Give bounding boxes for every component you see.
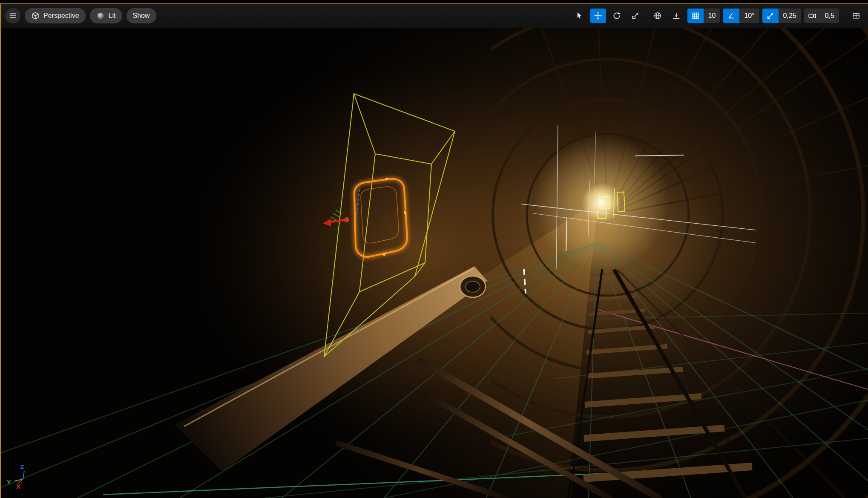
grid-snap-control[interactable]: 10: [687, 9, 721, 23]
move-tool-button[interactable]: [590, 9, 606, 23]
perspective-menu-button[interactable]: Perspective: [25, 8, 86, 23]
hamburger-menu-icon: [9, 12, 17, 20]
world-coordinate-button[interactable]: [650, 9, 666, 23]
viewport-options-button[interactable]: [5, 8, 20, 23]
toolbar-left-group: Perspective Lit Show: [5, 8, 156, 23]
rotate-tool-button[interactable]: [609, 9, 625, 23]
rotation-snap-value[interactable]: 10°: [739, 9, 759, 23]
angle-snap-icon: [727, 12, 736, 20]
move-tool-icon: [594, 12, 602, 20]
window-top-strip: [0, 0, 868, 3]
viewport-layout-button[interactable]: [848, 9, 864, 23]
toolbar-right-group: 10 10°: [572, 9, 864, 23]
scale-tool-button[interactable]: [628, 9, 644, 23]
grid-snap-value[interactable]: 10: [704, 9, 721, 23]
scale-snap-control[interactable]: 0,25: [762, 9, 801, 23]
view-mode-button[interactable]: Lit: [90, 8, 122, 23]
surface-snap-button[interactable]: [669, 9, 684, 23]
perspective-label: Perspective: [43, 12, 79, 20]
light-source-core: [582, 183, 621, 222]
gizmo-origin[interactable]: [344, 217, 349, 222]
grid-snap-icon: [691, 12, 700, 20]
scale-tool-icon: [631, 12, 640, 20]
level-viewport[interactable]: Z Y X: [0, 3, 868, 498]
scene-render: Z Y X: [1, 4, 868, 498]
lit-label: Lit: [109, 12, 116, 20]
rotation-snap-toggle[interactable]: [723, 9, 739, 23]
select-tool-button[interactable]: [572, 9, 587, 23]
scale-snap-icon: [766, 12, 775, 20]
rotation-snap-control[interactable]: 10°: [723, 9, 759, 23]
viewport-canvas[interactable]: Z Y X: [1, 4, 868, 498]
axis-z-label: Z: [20, 463, 24, 470]
viewport-layout-icon: [852, 12, 860, 20]
camera-speed-value[interactable]: 0,5: [820, 9, 839, 23]
cube-icon: [31, 12, 40, 20]
axis-y-label: Y: [7, 478, 11, 486]
globe-icon: [653, 12, 662, 20]
grid-snap-toggle[interactable]: [687, 9, 704, 23]
rotate-tool-icon: [612, 12, 621, 20]
show-label: Show: [133, 12, 150, 20]
surface-snap-icon: [672, 12, 681, 20]
axis-x-label: X: [16, 483, 20, 490]
show-menu-button[interactable]: Show: [126, 8, 156, 23]
camera-speed-toggle[interactable]: [804, 9, 820, 23]
viewport-toolbar: Perspective Lit Show: [1, 4, 868, 28]
camera-speed-control[interactable]: 0,5: [804, 9, 839, 23]
lit-sphere-icon: [96, 12, 105, 20]
scale-snap-value[interactable]: 0,25: [779, 9, 801, 23]
scale-snap-toggle[interactable]: [762, 9, 779, 23]
cursor-arrow-icon: [575, 12, 583, 20]
camera-icon: [808, 12, 816, 20]
